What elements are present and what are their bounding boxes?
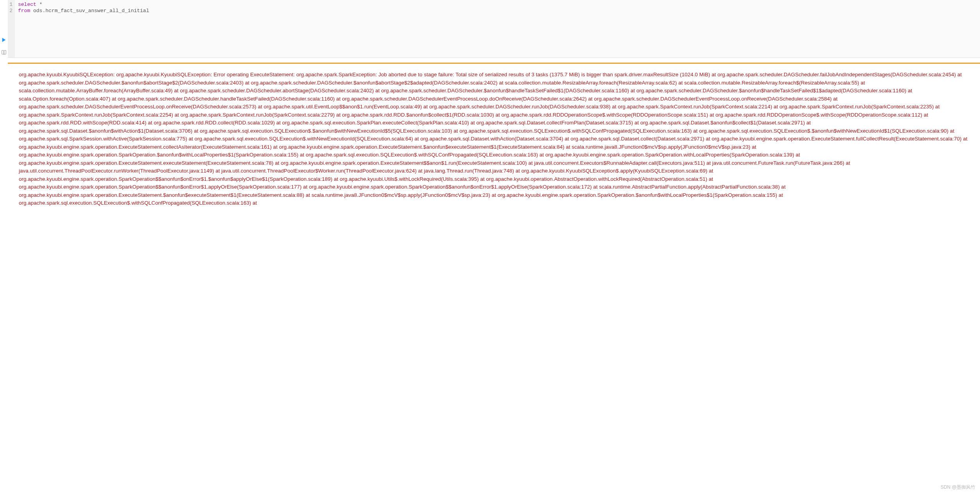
line-number: 2 <box>9 8 13 14</box>
run-icon[interactable] <box>1 37 7 43</box>
book-icon[interactable] <box>1 50 7 55</box>
sql-text: * <box>36 2 43 7</box>
main-area: 1 2 select * from ods.hcrm_fact_suv_answ… <box>8 0 980 211</box>
sql-keyword: from <box>18 8 30 14</box>
sql-text: ods.hcrm_fact_suv_answer_all_d_initial <box>30 8 149 14</box>
error-panel: org.apache.kyuubi.KyuubiSQLException: or… <box>8 63 980 211</box>
svg-marker-0 <box>2 38 6 42</box>
sql-keyword: select <box>18 2 36 7</box>
line-number-gutter: 1 2 <box>8 0 15 58</box>
code-content[interactable]: select * from ods.hcrm_fact_suv_answer_a… <box>15 0 980 58</box>
line-number: 1 <box>9 2 13 8</box>
sql-editor[interactable]: 1 2 select * from ods.hcrm_fact_suv_answ… <box>8 0 980 58</box>
error-stacktrace[interactable]: org.apache.kyuubi.KyuubiSQLException: or… <box>19 71 969 207</box>
left-gutter <box>0 0 8 211</box>
app-container: 1 2 select * from ods.hcrm_fact_suv_answ… <box>0 0 980 211</box>
